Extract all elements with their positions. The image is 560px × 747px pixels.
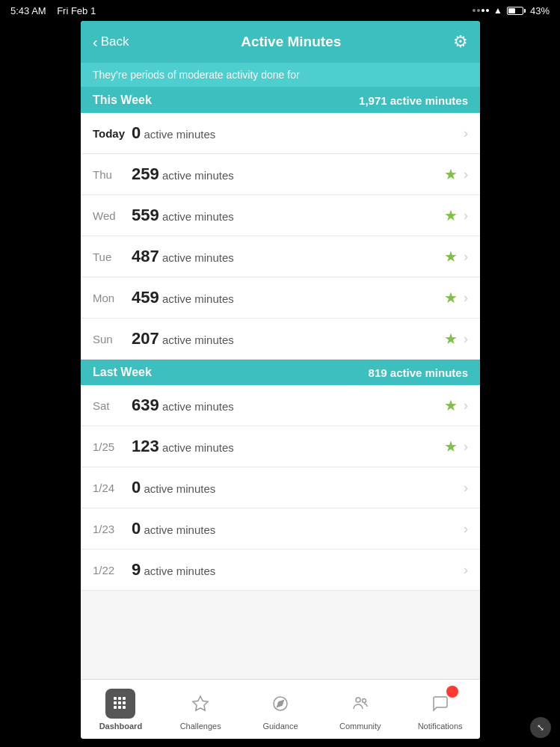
day-minutes: 459 active minutes: [132, 288, 444, 307]
subtitle-bar: They're periods of moderate activity don…: [81, 63, 480, 87]
guidance-icon-wrap: [265, 689, 295, 719]
table-row[interactable]: Sat639 active minutes★›: [81, 385, 480, 426]
last-week-label: Last Week: [93, 366, 152, 379]
last-week-rows: Sat639 active minutes★›1/25123 active mi…: [81, 385, 480, 591]
day-label: 1/24: [93, 482, 132, 494]
tab-notifications[interactable]: Notifications: [400, 689, 480, 731]
header: ‹ Back Active Minutes ⚙: [81, 21, 480, 63]
chevron-right-icon: ›: [464, 126, 468, 141]
svg-rect-4: [118, 701, 121, 704]
this-week-label: This Week: [93, 93, 152, 107]
day-minutes: 9 active minutes: [132, 560, 464, 580]
chevron-right-icon: ›: [464, 480, 468, 496]
last-week-header: Last Week 819 active minutes: [81, 360, 480, 385]
day-label: Sat: [93, 399, 132, 412]
day-label: 1/22: [93, 564, 132, 577]
day-label: 1/23: [93, 523, 132, 535]
star-icon: ★: [444, 206, 458, 224]
day-minutes: 259 active minutes: [132, 165, 444, 184]
day-label: Tue: [93, 250, 132, 263]
day-label: Thu: [93, 168, 132, 181]
scroll-area[interactable]: They're periods of moderate activity don…: [81, 63, 480, 679]
chevron-right-icon: ›: [464, 331, 468, 347]
day-minutes: 559 active minutes: [132, 206, 444, 225]
last-week-total: 819 active minutes: [369, 366, 468, 379]
chat-bubble-icon: [431, 695, 449, 713]
tab-notifications-label: Notifications: [418, 722, 463, 731]
status-time-date: 5:43 AM Fri Feb 1: [10, 5, 96, 16]
tab-guidance-label: Guidance: [262, 722, 298, 731]
svg-point-12: [356, 698, 360, 702]
back-button[interactable]: ‹ Back: [93, 34, 129, 49]
this-week-rows: Today0 active minutes›Thu259 active minu…: [81, 113, 480, 360]
resize-handle[interactable]: ⤡: [530, 717, 551, 738]
star-icon: ★: [444, 248, 458, 265]
dashboard-icon-wrap: [105, 689, 135, 719]
table-row[interactable]: Mon459 active minutes★›: [81, 277, 480, 319]
compass-icon: [271, 695, 289, 713]
people-icon: [351, 695, 369, 713]
day-label: Wed: [93, 209, 132, 222]
table-row[interactable]: Wed559 active minutes★›: [81, 195, 480, 236]
star-icon: ★: [444, 437, 458, 455]
battery-icon: [507, 7, 526, 15]
chevron-right-icon: ›: [464, 398, 468, 414]
day-minutes: 0 active minutes: [132, 478, 464, 497]
day-minutes: 0 active minutes: [132, 519, 464, 538]
chevron-right-icon: ›: [464, 208, 468, 224]
tab-challenges-label: Challenges: [180, 722, 221, 731]
dashboard-icon: [105, 689, 135, 719]
table-row[interactable]: 1/240 active minutes›: [81, 467, 480, 508]
chevron-right-icon: ›: [464, 167, 468, 182]
community-icon-wrap: [345, 689, 375, 719]
day-minutes: 639 active minutes: [132, 396, 444, 415]
star-icon: ★: [444, 289, 458, 307]
this-week-header: This Week 1,971 active minutes: [81, 87, 480, 113]
star-icon: ★: [444, 396, 458, 414]
tab-community[interactable]: Community: [320, 689, 400, 731]
tab-bar: Dashboard Challenges Guidance: [81, 679, 480, 739]
signal-icon: [473, 9, 489, 12]
day-label: Sun: [93, 333, 132, 345]
chevron-right-icon: ›: [464, 290, 468, 306]
settings-button[interactable]: ⚙: [453, 32, 468, 52]
table-row[interactable]: 1/230 active minutes›: [81, 508, 480, 550]
svg-rect-7: [118, 706, 121, 709]
svg-rect-3: [114, 701, 117, 704]
day-label: Today: [93, 127, 132, 140]
star-icon: ★: [444, 330, 458, 348]
table-row[interactable]: 1/25123 active minutes★›: [81, 426, 480, 467]
tab-challenges[interactable]: Challenges: [161, 689, 241, 731]
chevron-right-icon: ›: [464, 521, 468, 537]
tab-dashboard-label: Dashboard: [99, 722, 142, 731]
day-minutes: 0 active minutes: [132, 123, 464, 143]
svg-rect-6: [114, 706, 117, 709]
subtitle-text: They're periods of moderate activity don…: [93, 69, 300, 81]
status-bar: 5:43 AM Fri Feb 1 ▲ 43%: [0, 0, 560, 21]
table-row[interactable]: Tue487 active minutes★›: [81, 236, 480, 277]
svg-rect-8: [123, 706, 126, 709]
table-row[interactable]: Thu259 active minutes★›: [81, 154, 480, 195]
notifications-icon-wrap: [425, 689, 455, 719]
back-label: Back: [101, 34, 129, 49]
table-row[interactable]: 1/229 active minutes›: [81, 550, 480, 591]
day-minutes: 123 active minutes: [132, 437, 444, 456]
day-minutes: 487 active minutes: [132, 247, 444, 266]
status-right: ▲ 43%: [473, 5, 550, 16]
svg-rect-0: [114, 697, 117, 700]
star-icon: ★: [444, 165, 458, 183]
day-label: Mon: [93, 292, 132, 304]
star-outline-icon: [191, 695, 209, 713]
table-row[interactable]: Sun207 active minutes★›: [81, 319, 480, 360]
this-week-total: 1,971 active minutes: [359, 94, 468, 107]
tab-guidance[interactable]: Guidance: [241, 689, 321, 731]
app-container: ‹ Back Active Minutes ⚙ They're periods …: [81, 21, 480, 739]
back-chevron-icon: ‹: [93, 34, 98, 49]
svg-point-13: [362, 698, 366, 702]
svg-rect-1: [118, 697, 121, 700]
tab-dashboard[interactable]: Dashboard: [81, 689, 161, 731]
table-row[interactable]: Today0 active minutes›: [81, 113, 480, 154]
tab-community-label: Community: [339, 722, 381, 731]
notifications-badge: [446, 686, 458, 698]
svg-rect-5: [123, 701, 126, 704]
